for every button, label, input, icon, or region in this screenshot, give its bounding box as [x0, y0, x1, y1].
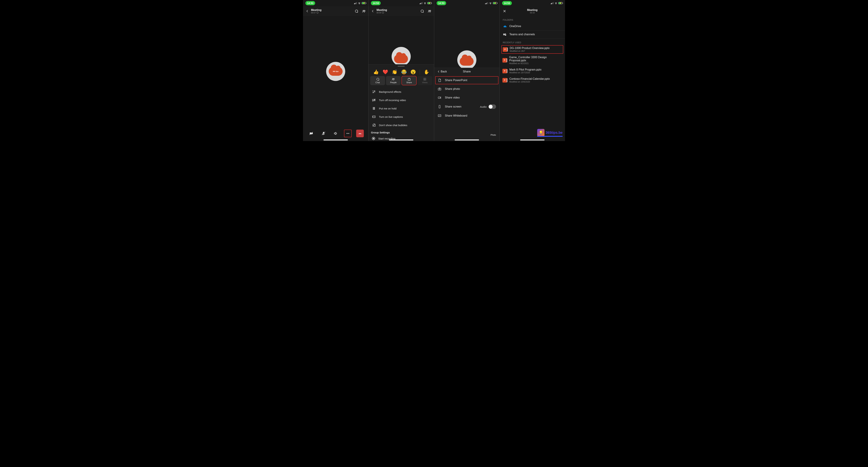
more-options-button[interactable] [344, 130, 352, 137]
battery-icon: ⚡ [427, 2, 432, 4]
share-screen[interactable]: Share screen Audio [434, 102, 499, 112]
wifi-icon [358, 2, 361, 4]
reaction-raise-hand[interactable]: ✋ [424, 69, 429, 75]
share-whiteboard[interactable]: Share Whiteboard [434, 112, 499, 120]
status-time: 14:53 [437, 1, 446, 5]
svg-rect-16 [425, 78, 426, 79]
back-button[interactable] [371, 9, 375, 13]
svg-point-9 [348, 133, 349, 134]
chat-icon[interactable] [420, 9, 424, 13]
reaction-clap[interactable]: 👏 [392, 69, 397, 75]
toolbar-photo-label: Photo [491, 134, 496, 136]
home-indicator [455, 139, 479, 141]
meeting-title: Meeting [311, 8, 321, 12]
close-button[interactable] [502, 9, 507, 13]
svg-point-10 [429, 10, 430, 11]
powerpoint-icon: P [502, 78, 507, 83]
screen-2-more-options: 14:53 ⚡ Meeting 00:09 👍 ❤️ 👏 😂 [369, 0, 434, 141]
share-powerpoint[interactable]: Share PowerPoint [435, 76, 498, 84]
menu-hide-chat-bubbles[interactable]: Don't show chat bubbles [369, 121, 434, 129]
camera-toggle[interactable] [308, 130, 315, 137]
screen-1-meeting-call: 14:53 ⚡ Meeting 00:07 365 tips [303, 0, 369, 141]
wifi-icon [424, 2, 426, 4]
sheet-grip[interactable] [398, 66, 405, 66]
svg-point-32 [505, 33, 506, 34]
share-video[interactable]: Share video [434, 93, 499, 102]
meeting-header: Meeting 00:09 [369, 6, 434, 16]
cellular-icon [354, 2, 357, 4]
cellular-icon [485, 2, 488, 4]
file-item[interactable]: P Mark 8 Pilot Program.pptx Modified on … [500, 66, 565, 75]
action-views[interactable]: Views [417, 76, 432, 85]
reaction-thumbs-up[interactable]: 👍 [373, 69, 379, 75]
reaction-heart[interactable]: ❤️ [382, 69, 388, 75]
svg-text:T: T [504, 34, 504, 35]
more-options-sheet: 👍 ❤️ 👏 😂 😮 ✋ Chat People Share V [369, 64, 434, 141]
svg-rect-22 [374, 107, 375, 110]
screen-4-file-browser: 14:53 ⚡ Meeting 00:16 Folders OneDrive T [500, 0, 565, 141]
status-time: 14:53 [371, 1, 381, 5]
shield-icon [316, 12, 318, 14]
section-recent: Recently Used [500, 38, 565, 45]
svg-rect-18 [425, 80, 426, 81]
file-item[interactable]: P Game_Controller 3300 Design Proposal.p… [500, 54, 565, 66]
wifi-icon [489, 2, 492, 4]
powerpoint-icon: P [502, 58, 507, 63]
folder-onedrive[interactable]: OneDrive [508, 22, 565, 30]
menu-put-on-hold[interactable]: Put me on hold [369, 104, 434, 113]
speaker-toggle[interactable] [332, 130, 340, 137]
action-chat[interactable]: Chat [370, 76, 385, 85]
reaction-laugh[interactable]: 😂 [401, 69, 407, 75]
meeting-header: Meeting 00:07 [303, 6, 368, 16]
svg-point-0 [363, 10, 364, 11]
svg-point-1 [364, 10, 365, 11]
participant-avatar-partial [457, 51, 476, 69]
watermark-icon: 💡 [537, 129, 545, 136]
powerpoint-icon: P [503, 47, 507, 52]
battery-icon: ⚡ [558, 2, 563, 4]
options-menu: Background effects Turn off incoming vid… [369, 87, 434, 141]
cellular-icon [551, 2, 554, 4]
action-share[interactable]: Share [402, 76, 416, 85]
status-bar: 14:53 ⚡ [500, 0, 565, 6]
people-icon[interactable] [427, 9, 432, 13]
svg-point-11 [430, 10, 431, 11]
svg-rect-28 [439, 105, 440, 108]
watermark: 💡 365tips.be [537, 129, 563, 136]
menu-background-effects[interactable]: Background effects [369, 88, 434, 96]
share-back-button[interactable]: Back [437, 70, 447, 73]
reaction-surprised[interactable]: 😮 [410, 69, 416, 75]
back-button[interactable] [305, 9, 310, 13]
file-item[interactable]: P Contoso-Financial-Calendar.pptx Modifi… [500, 75, 565, 85]
people-icon[interactable] [362, 9, 366, 13]
file-item[interactable]: P DG-1000 Product Overview.pptx Modified… [501, 45, 563, 54]
onedrive-icon [502, 24, 507, 29]
browser-elapsed: 00:16 [527, 12, 537, 14]
action-people[interactable]: People [386, 76, 401, 85]
status-indicators: ⚡ [485, 2, 497, 4]
home-indicator [389, 139, 413, 141]
meeting-title: Meeting [376, 8, 387, 12]
chat-icon[interactable] [354, 9, 359, 13]
menu-turn-off-incoming-video[interactable]: Turn off incoming video [369, 96, 434, 104]
hangup-button[interactable] [356, 130, 364, 137]
section-folders: Folders [500, 16, 565, 22]
svg-rect-17 [424, 80, 425, 81]
mic-toggle[interactable] [320, 130, 327, 137]
audio-toggle[interactable] [488, 104, 496, 109]
menu-live-captions[interactable]: Turn on live captions [369, 113, 434, 121]
audio-label: Audio [480, 105, 487, 108]
call-controls [303, 130, 368, 137]
svg-point-7 [346, 133, 347, 134]
teams-icon: T [502, 32, 507, 37]
share-photo[interactable]: Share photo [434, 85, 499, 93]
section-group-settings: Group Settings [369, 129, 434, 135]
svg-rect-21 [373, 107, 374, 110]
svg-rect-25 [438, 88, 441, 90]
cellular-icon [420, 2, 423, 4]
svg-point-12 [392, 79, 393, 79]
meeting-elapsed: 00:09 [376, 12, 381, 14]
share-sheet: Back Share Share PowerPoint Share photo … [434, 68, 499, 141]
svg-rect-15 [424, 78, 425, 79]
folder-teams-channels[interactable]: T Teams and channels [508, 30, 565, 38]
